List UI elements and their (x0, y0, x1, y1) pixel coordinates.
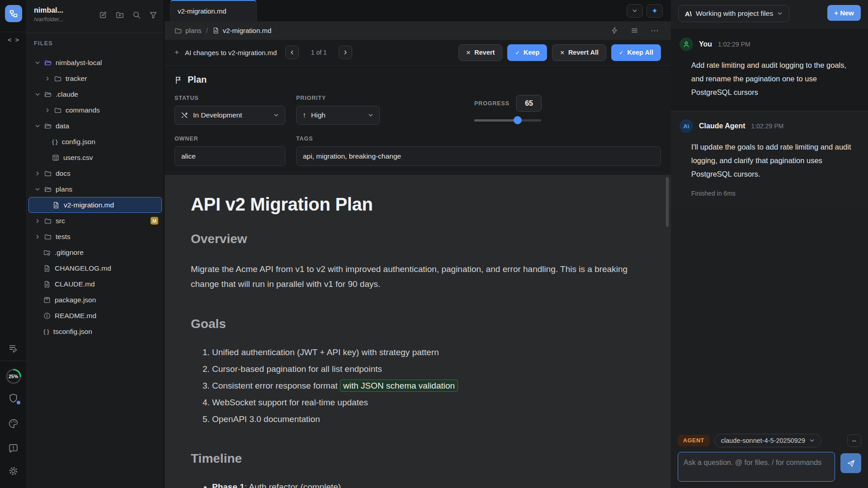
folder-icon (44, 170, 52, 177)
tree-item-label: config.json (62, 138, 95, 146)
conversation-title: Working with project files (696, 9, 773, 18)
tab-list-dropdown-button[interactable] (627, 4, 643, 18)
tree-item[interactable]: commands (27, 102, 164, 118)
tree-item[interactable]: package.json (27, 292, 164, 308)
feedback-button[interactable] (0, 443, 27, 454)
tree-item[interactable]: plans (27, 181, 164, 197)
goal-item: Unified authentication (JWT + API key) w… (212, 347, 639, 358)
new-ai-tab-button[interactable]: ✦ (646, 4, 663, 18)
panel-collapse-button[interactable]: -- (847, 434, 861, 447)
modified-badge: M (151, 217, 158, 225)
tree-item[interactable]: tests (27, 229, 164, 244)
arrow-up-icon: ↑ (302, 111, 306, 119)
scrollbar-thumb[interactable] (666, 177, 669, 227)
tree-item-label: plans (56, 185, 72, 193)
folder-icon (54, 75, 61, 82)
status-select[interactable]: In Development (175, 106, 285, 125)
goals-heading: Goals (191, 317, 639, 331)
tools-icon (181, 112, 188, 119)
chat-panel: A\ Working with project files + New You … (671, 0, 868, 488)
next-change-button[interactable] (339, 46, 352, 59)
panel-title: Plan (188, 75, 207, 85)
tree-item-selected[interactable]: v2-migration.md (28, 197, 162, 213)
revert-all-button[interactable]: ✕Revert All (552, 44, 606, 61)
tree-item-label: nimbalyst-local (56, 59, 102, 67)
owner-input[interactable] (175, 146, 285, 166)
check-icon: ✓ (619, 49, 623, 56)
tree-item[interactable]: CLAUDE.md (27, 276, 164, 292)
send-button[interactable] (840, 453, 861, 473)
notes-button[interactable] (0, 343, 27, 353)
folder-gear-icon (43, 249, 51, 256)
ai-changes-bar: + AI changes to v2-migration.md 1 of 1 ✕… (165, 40, 671, 66)
files-section-label: FILES (27, 33, 164, 51)
new-chat-button[interactable]: + New (827, 5, 861, 21)
tree-item[interactable]: README.md (27, 308, 164, 324)
security-button[interactable] (0, 393, 27, 404)
goal-text: Unified authentication (JWT + API key) w… (212, 347, 439, 357)
theme-button[interactable] (0, 418, 27, 429)
tree-item[interactable]: src M (27, 213, 164, 229)
keep-button[interactable]: ✓Keep (507, 44, 547, 61)
user-message: You 1:02:29 PM Add rate limiting and aud… (671, 29, 868, 111)
tree-item[interactable]: users.csv (27, 150, 164, 165)
folder-icon (44, 217, 52, 225)
agent-avatar: A\ (679, 119, 693, 133)
chevron-down-icon (809, 438, 815, 443)
breadcrumb-file[interactable]: v2-migration.md (223, 27, 272, 34)
outline-menu-button[interactable] (631, 27, 638, 34)
progress-slider[interactable] (474, 116, 541, 124)
message-text: I'll update the goals to add rate limiti… (691, 140, 857, 181)
tree-item[interactable]: tracker (27, 70, 164, 86)
filter-button[interactable] (149, 11, 157, 19)
person-icon (682, 40, 690, 48)
keep-all-label: Keep All (627, 49, 653, 56)
usage-progress-button[interactable]: 25% (0, 368, 27, 385)
tree-item[interactable]: CHANGELOG.md (27, 260, 164, 276)
code-view-button[interactable]: < > (0, 36, 27, 43)
search-button[interactable] (132, 11, 141, 19)
new-folder-button[interactable] (116, 11, 124, 19)
file-icon (52, 202, 60, 209)
model-selector[interactable]: claude-sonnet-4-5-20250929 (714, 434, 821, 447)
tree-item[interactable]: { } tsconfig.json (27, 324, 164, 339)
folder-open-icon (44, 59, 52, 66)
tree-item-label: .claude (56, 90, 78, 99)
tree-item[interactable]: nimbalyst-local (27, 55, 164, 70)
tab-label: v2-migration.md (178, 7, 226, 15)
progress-slider-thumb[interactable] (514, 116, 522, 124)
tree-item[interactable]: docs (27, 165, 164, 181)
phase-label: Phase 1 (212, 482, 245, 488)
tree-item[interactable]: { } config.json (27, 134, 164, 150)
braces-icon: { } (43, 328, 49, 335)
keep-all-button[interactable]: ✓Keep All (611, 44, 661, 61)
overview-paragraph: Migrate the Acme API from v1 to v2 with … (191, 262, 638, 291)
timeline-heading: Timeline (191, 451, 639, 466)
tab-v2-migration[interactable]: v2-migration.md (170, 0, 257, 21)
goal-item: Consistent error response format with JS… (212, 380, 639, 392)
format-zap-button[interactable] (611, 27, 618, 34)
tags-label: TAGS (296, 136, 661, 142)
file-icon (43, 265, 51, 272)
settings-button[interactable] (0, 466, 27, 476)
chat-input[interactable] (678, 452, 835, 482)
tree-item[interactable]: .claude (27, 86, 164, 102)
folder-open-icon (44, 91, 52, 98)
progress-slider-fill (474, 119, 518, 122)
prev-change-button[interactable] (285, 46, 299, 59)
chevron-down-icon (35, 187, 40, 192)
more-options-button[interactable]: ⋯ (651, 26, 659, 36)
breadcrumb-folder[interactable]: plans (185, 27, 202, 34)
app-logo-button[interactable] (0, 5, 27, 22)
tree-item[interactable]: .gitignore (27, 244, 164, 260)
new-file-button[interactable] (99, 11, 107, 19)
tree-item[interactable]: data (27, 118, 164, 134)
chevron-down-icon (35, 92, 40, 97)
conversation-selector[interactable]: A\ Working with project files (678, 5, 789, 22)
chevron-down-icon (368, 113, 373, 118)
revert-button[interactable]: ✕Revert (458, 44, 503, 61)
message-text: Add rate limiting and audit logging to t… (691, 58, 857, 99)
tags-input[interactable] (296, 146, 661, 166)
priority-select[interactable]: ↑ High (296, 106, 380, 125)
chevron-right-icon (35, 218, 40, 224)
